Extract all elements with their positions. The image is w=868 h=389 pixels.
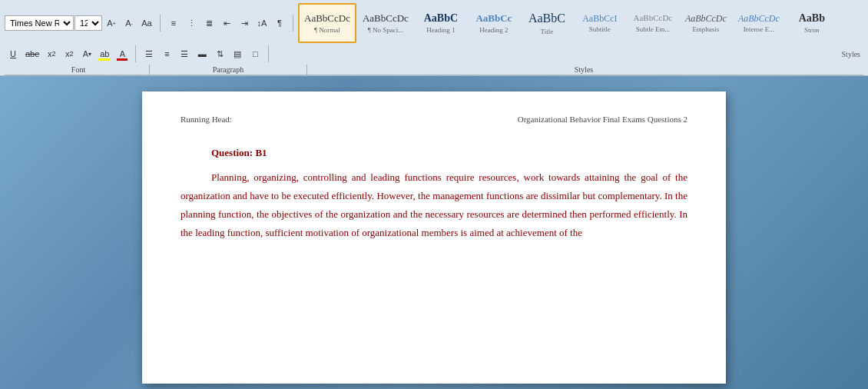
document-area: Running Head: Organizational Behavior Fi… bbox=[0, 76, 868, 389]
style-title[interactable]: AaBbC Title bbox=[521, 3, 573, 43]
style-strong-preview: AaBb bbox=[799, 12, 825, 25]
styles-section-header: Styles bbox=[273, 50, 863, 58]
style-heading2-label: Heading 2 bbox=[479, 26, 508, 34]
running-head-right: Organizational Behavior Final Exams Ques… bbox=[518, 115, 687, 124]
style-normal-preview: AaBbCcDc bbox=[304, 12, 350, 25]
style-heading2[interactable]: AaBbCc Heading 2 bbox=[468, 3, 520, 43]
style-heading1-label: Heading 1 bbox=[426, 26, 455, 34]
strikethrough-button[interactable]: abe bbox=[22, 45, 42, 62]
align-right-button[interactable]: ☰ bbox=[176, 45, 193, 62]
style-no-spacing-preview: AaBbCcDc bbox=[363, 12, 409, 25]
justify-button[interactable]: ▬ bbox=[194, 45, 210, 62]
style-heading2-preview: AaBbCc bbox=[475, 12, 512, 25]
style-subtitle-preview: AaBbCcI bbox=[582, 13, 617, 24]
style-intense-em-preview: AaBbCcDc bbox=[738, 13, 780, 24]
style-heading1-preview: AaBbC bbox=[424, 12, 458, 25]
style-emphasis-preview: AaBbCcDc bbox=[685, 13, 727, 24]
font-format-group: U abe x2 x2 A▾ ab A bbox=[5, 45, 136, 62]
toolbar: Times New Roman 12 A+ A- Aa ≡ ⋮ ≣ ⇤ ⇥ ↕A… bbox=[0, 0, 868, 76]
style-intense-em-label: Intense E... bbox=[744, 25, 775, 33]
styles-section-label: Styles bbox=[309, 65, 859, 75]
style-normal[interactable]: AaBbCcDc ¶ Normal bbox=[298, 3, 356, 43]
body-paragraph: Planning, organizing, controlling and le… bbox=[181, 168, 687, 242]
document-page: Running Head: Organizational Behavior Fi… bbox=[142, 91, 726, 384]
font-size-select[interactable]: 12 bbox=[75, 15, 102, 31]
show-paragraph-button[interactable]: ¶ bbox=[271, 15, 288, 32]
shrink-font-button[interactable]: A- bbox=[121, 15, 137, 32]
underline-button[interactable]: U bbox=[5, 45, 22, 62]
paragraph-group: ≡ ⋮ ≣ ⇤ ⇥ ↕A ¶ bbox=[165, 15, 293, 32]
toolbar-row-1: Times New Roman 12 A+ A- Aa ≡ ⋮ ≣ ⇤ ⇥ ↕A… bbox=[5, 3, 863, 43]
style-emphasis[interactable]: AaBbCcDc Emphasis bbox=[680, 3, 732, 43]
running-head: Running Head: Organizational Behavior Fi… bbox=[181, 115, 687, 124]
style-strong[interactable]: AaBb Stron bbox=[786, 3, 838, 43]
borders-button[interactable]: □ bbox=[247, 45, 263, 62]
change-case-button[interactable]: Aa bbox=[138, 15, 155, 32]
style-subtitle[interactable]: AaBbCcI Subtitle bbox=[574, 3, 626, 43]
paragraph-section-label: Paragraph bbox=[151, 65, 305, 75]
superscript-button[interactable]: x2 bbox=[61, 45, 78, 62]
paragraph-format-group: ☰ ≡ ☰ ▬ ⇅ ▤ □ bbox=[141, 45, 269, 62]
style-subtitle-label: Subtitle bbox=[589, 25, 611, 33]
style-heading1[interactable]: AaBbC Heading 1 bbox=[415, 3, 467, 43]
style-strong-label: Stron bbox=[804, 26, 820, 34]
toolbar-row-2: U abe x2 x2 A▾ ab A ☰ ≡ ☰ ▬ ⇅ ▤ □ Styles bbox=[5, 45, 863, 62]
font-color-button[interactable]: A bbox=[114, 45, 131, 62]
sort-button[interactable]: ↕A bbox=[253, 15, 270, 32]
increase-indent-button[interactable]: ⇥ bbox=[236, 15, 253, 32]
styles-group: AaBbCcDc ¶ Normal AaBbCcDc ¶ No Spaci...… bbox=[298, 3, 863, 43]
style-title-preview: AaBbC bbox=[528, 11, 565, 25]
multilevel-list-button[interactable]: ≣ bbox=[200, 15, 217, 32]
font-section-label: Font bbox=[9, 65, 147, 75]
align-center-button[interactable]: ≡ bbox=[158, 45, 175, 62]
style-subtle-em[interactable]: AaBbCcDc Subtle Em... bbox=[627, 3, 679, 43]
align-left-button[interactable]: ☰ bbox=[141, 45, 157, 62]
bullets-button[interactable]: ≡ bbox=[165, 15, 182, 32]
running-head-left: Running Head: bbox=[181, 115, 232, 124]
style-normal-label: ¶ Normal bbox=[314, 26, 340, 34]
style-subtle-em-preview: AaBbCcDc bbox=[634, 13, 673, 23]
styles-label: Styles bbox=[842, 50, 860, 58]
numbering-button[interactable]: ⋮ bbox=[183, 15, 200, 32]
ribbon-section-labels: Font Paragraph Styles bbox=[5, 65, 863, 75]
subscript-button[interactable]: x2 bbox=[43, 45, 60, 62]
font-name-select[interactable]: Times New Roman bbox=[5, 15, 74, 31]
style-emphasis-label: Emphasis bbox=[692, 25, 719, 33]
text-effects-button[interactable]: A▾ bbox=[78, 45, 95, 62]
style-no-spacing-label: ¶ No Spaci... bbox=[368, 26, 403, 34]
shading-button[interactable]: ▤ bbox=[229, 45, 246, 62]
grow-font-button[interactable]: A+ bbox=[103, 15, 120, 32]
style-title-label: Title bbox=[541, 28, 554, 35]
style-intense-em[interactable]: AaBbCcDc Intense E... bbox=[733, 3, 785, 43]
question-heading: Question: B1 bbox=[211, 147, 687, 159]
style-subtle-em-label: Subtle Em... bbox=[636, 25, 671, 33]
decrease-indent-button[interactable]: ⇤ bbox=[218, 15, 235, 32]
style-no-spacing[interactable]: AaBbCcDc ¶ No Spaci... bbox=[357, 3, 414, 43]
line-spacing-button[interactable]: ⇅ bbox=[211, 45, 228, 62]
text-highlight-button[interactable]: ab bbox=[96, 45, 113, 62]
document-body[interactable]: Planning, organizing, controlling and le… bbox=[181, 168, 687, 242]
font-group: Times New Roman 12 A+ A- Aa bbox=[5, 15, 161, 32]
